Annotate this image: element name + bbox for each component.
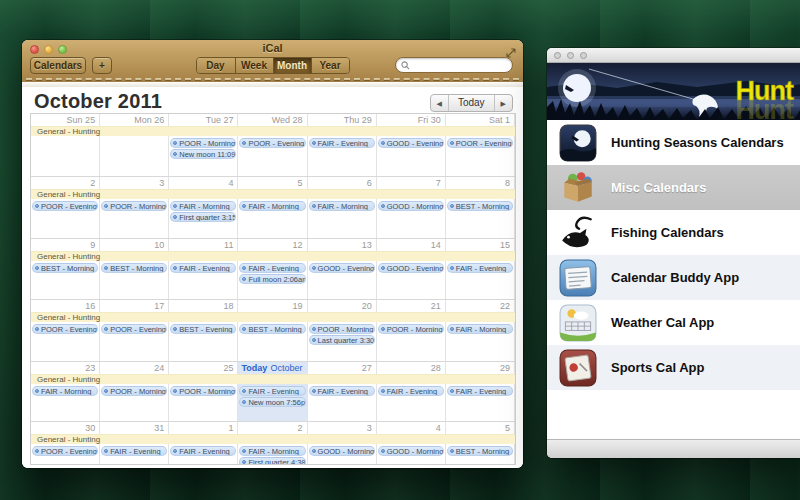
day-cell[interactable]: Fri 30GOOD - Evening xyxy=(377,114,446,176)
list-item-sports-cal-app[interactable]: Sports Cal App xyxy=(547,345,800,390)
all-day-banner[interactable]: General - Hunting xyxy=(31,251,515,261)
view-tab-month[interactable]: Month xyxy=(273,58,311,73)
event-pill[interactable]: FAIR - Evening xyxy=(378,386,444,396)
day-cell[interactable]: 8BEST - Morning xyxy=(446,177,515,238)
day-cell[interactable]: 28FAIR - Evening xyxy=(377,362,446,421)
search-input[interactable] xyxy=(410,60,500,70)
event-pill[interactable]: BEST - Morning xyxy=(447,201,513,211)
all-day-banner[interactable]: General - Hunting xyxy=(31,126,515,136)
list-item-hunting-seasons-calendars[interactable]: Hunting Seasons Calendars xyxy=(547,120,800,165)
next-month-button[interactable]: ▶ xyxy=(494,95,512,111)
event-pill[interactable]: FAIR - Evening xyxy=(239,386,305,396)
event-pill[interactable]: GOOD - Morning xyxy=(378,201,444,211)
event-pill[interactable]: POOR - Morning xyxy=(101,201,167,211)
day-cell[interactable]: 21POOR - Morning xyxy=(377,300,446,361)
day-cell[interactable]: 13GOOD - Evening xyxy=(308,239,377,299)
day-cell[interactable]: Thu 29FAIR - Evening xyxy=(308,114,377,176)
day-cell[interactable]: 22FAIR - Morning xyxy=(446,300,515,361)
day-cell[interactable]: Wed 28POOR - Evening xyxy=(238,114,307,176)
list-item-fishing-calendars[interactable]: Fishing Calendars xyxy=(547,210,800,255)
event-pill[interactable]: POOR - Evening xyxy=(447,138,513,148)
event-pill[interactable]: FAIR - Morning xyxy=(309,201,375,211)
event-pill[interactable]: POOR - Evening xyxy=(101,324,167,334)
list-item-weather-cal-app[interactable]: Weather Cal App xyxy=(547,300,800,345)
event-pill[interactable]: POOR - Morning xyxy=(378,324,444,334)
event-pill[interactable]: POOR - Evening xyxy=(32,324,98,334)
event-pill[interactable]: FAIR - Evening xyxy=(239,263,305,273)
event-pill[interactable]: GOOD - Morning xyxy=(309,446,375,456)
day-cell[interactable]: 20POOR - MorningLast quarter 3:30am xyxy=(308,300,377,361)
view-tab-day[interactable]: Day xyxy=(197,58,235,73)
all-day-banner[interactable]: General - Hunting xyxy=(31,374,515,384)
day-cell[interactable]: 18BEST - Evening xyxy=(169,300,238,361)
event-pill[interactable]: FAIR - Morning xyxy=(447,324,513,334)
all-day-banner[interactable]: General - Hunting xyxy=(31,312,515,322)
all-day-banner[interactable]: General - Hunting xyxy=(31,189,515,199)
day-cell[interactable]: 6FAIR - Morning xyxy=(308,177,377,238)
day-cell[interactable]: 29FAIR - Evening xyxy=(446,362,515,421)
event-pill[interactable]: FAIR - Evening xyxy=(447,263,513,273)
event-pill[interactable]: FAIR - Morning xyxy=(239,446,305,456)
day-cell[interactable]: 25POOR - Morning xyxy=(169,362,238,421)
event-pill[interactable]: FAIR - Evening xyxy=(309,138,375,148)
prev-month-button[interactable]: ◀ xyxy=(431,95,448,111)
event-pill[interactable]: FAIR - Morning xyxy=(170,201,236,211)
day-cell[interactable]: 4FAIR - MorningFirst quarter 3:15am xyxy=(169,177,238,238)
ical-titlebar[interactable]: iCal xyxy=(22,40,523,57)
event-pill[interactable]: BEST - Evening xyxy=(170,324,236,334)
add-calendar-button[interactable]: + xyxy=(92,57,112,74)
event-pill[interactable]: GOOD - Morning xyxy=(378,446,444,456)
event-pill[interactable]: POOR - Morning xyxy=(170,138,236,148)
event-pill[interactable]: FAIR - Evening xyxy=(447,386,513,396)
day-cell[interactable]: 19BEST - Morning xyxy=(238,300,307,361)
list-item-calendar-buddy-app[interactable]: Calendar Buddy App xyxy=(547,255,800,300)
day-cell[interactable]: 2POOR - Evening xyxy=(31,177,100,238)
event-pill[interactable]: POOR - Morning xyxy=(170,386,236,396)
day-cell[interactable]: 17POOR - Evening xyxy=(100,300,169,361)
event-pill[interactable]: BEST - Morning xyxy=(447,446,513,456)
day-cell[interactable]: 5FAIR - Morning xyxy=(238,177,307,238)
event-pill[interactable]: FAIR - Evening xyxy=(170,263,236,273)
event-pill[interactable]: New moon 7:56pm xyxy=(239,397,305,407)
search-field[interactable] xyxy=(395,57,513,73)
event-pill[interactable]: BEST - Morning xyxy=(101,263,167,273)
calendars-button[interactable]: Calendars xyxy=(30,57,86,74)
event-pill[interactable]: BEST - Morning xyxy=(32,263,98,273)
event-pill[interactable]: First quarter 3:15am xyxy=(170,212,236,222)
event-pill[interactable]: FAIR - Morning xyxy=(32,386,98,396)
close-button[interactable] xyxy=(30,45,39,54)
day-cell[interactable]: Sat 1POOR - Evening xyxy=(446,114,515,176)
all-day-banner[interactable]: General - Hunting xyxy=(31,434,515,444)
day-cell[interactable]: 23FAIR - Morning xyxy=(31,362,100,421)
day-cell[interactable]: 15FAIR - Evening xyxy=(446,239,515,299)
event-pill[interactable]: BEST - Morning xyxy=(239,324,305,334)
event-pill[interactable]: FAIR - Morning xyxy=(239,201,305,211)
day-cell[interactable]: 10BEST - Morning xyxy=(100,239,169,299)
minimize-button-inactive[interactable] xyxy=(567,52,574,59)
event-pill[interactable]: GOOD - Evening xyxy=(309,263,375,273)
day-cell[interactable]: 14GOOD - Evening xyxy=(377,239,446,299)
event-pill[interactable]: Full moon 2:06am xyxy=(239,274,305,284)
event-pill[interactable]: New moon 11:09am xyxy=(170,149,236,159)
event-pill[interactable]: GOOD - Evening xyxy=(378,138,444,148)
day-cell[interactable]: 24POOR - Morning xyxy=(100,362,169,421)
list-item-misc-calendars[interactable]: Misc Calendars xyxy=(547,165,800,210)
zoom-button[interactable] xyxy=(58,45,67,54)
view-tab-week[interactable]: Week xyxy=(235,58,273,73)
event-pill[interactable]: First quarter 4:38pm xyxy=(239,457,305,464)
hunt-titlebar[interactable] xyxy=(547,48,800,63)
view-tab-year[interactable]: Year xyxy=(311,58,349,73)
day-cell[interactable]: Sun 25 xyxy=(31,114,100,176)
day-cell[interactable]: 27FAIR - Evening xyxy=(308,362,377,421)
event-pill[interactable]: FAIR - Evening xyxy=(309,386,375,396)
day-cell[interactable]: 12FAIR - EveningFull moon 2:06am xyxy=(238,239,307,299)
event-pill[interactable]: POOR - Morning xyxy=(309,324,375,334)
event-pill[interactable]: POOR - Evening xyxy=(32,446,98,456)
close-button-inactive[interactable] xyxy=(554,52,561,59)
day-cell[interactable]: Mon 26 xyxy=(100,114,169,176)
fullscreen-icon[interactable] xyxy=(506,44,516,54)
event-pill[interactable]: FAIR - Evening xyxy=(170,446,236,456)
event-pill[interactable]: POOR - Morning xyxy=(101,386,167,396)
today-button[interactable]: Today xyxy=(448,95,494,111)
day-cell[interactable]: 9BEST - Morning xyxy=(31,239,100,299)
